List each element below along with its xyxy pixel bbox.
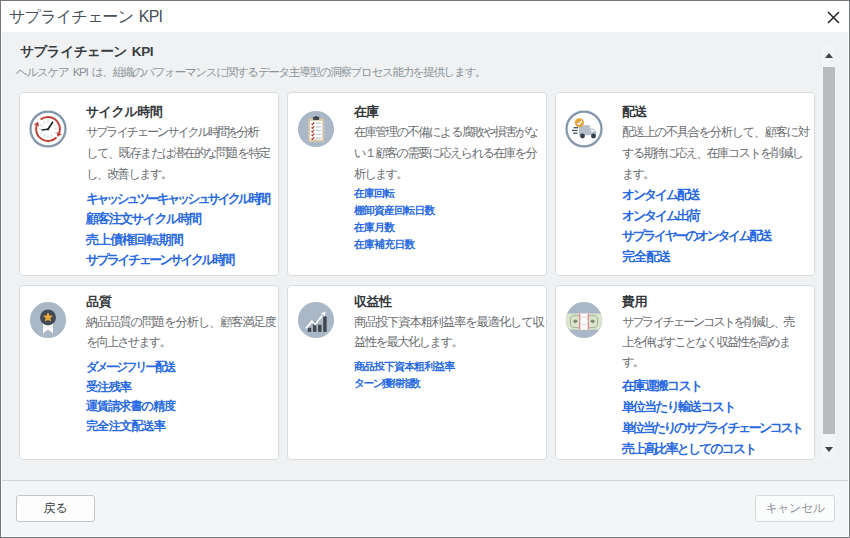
kpi-link[interactable]: 顧客注文サイクル時間 — [86, 209, 276, 230]
kpi-link[interactable]: 単位当たり輸送コスト — [622, 396, 812, 417]
kpi-link[interactable]: 単位当たりのサプライチェーンコスト — [622, 417, 812, 438]
panel-subtitle: ヘルスケア KPI は、組織のパフォーマンスに関するデータ主導型の洞察プロセス能… — [16, 65, 485, 80]
kpi-card: 配送配送上の不具合を分析して、顧客に対する期待に応え、在庫コストを削減します。オ… — [555, 92, 815, 276]
dialog-titlebar: サプライチェーン KPI — [1, 1, 849, 32]
kpi-link[interactable]: サプライチェーンサイクル時間 — [86, 250, 276, 271]
kpi-link[interactable]: ダメージフリー配送 — [86, 358, 276, 378]
card-links: オンタイム配送オンタイム出荷サプライヤーのオンタイム配送完全配送 — [622, 185, 812, 267]
kpi-link[interactable]: 運賃請求書の精度 — [86, 397, 276, 417]
kpi-link[interactable]: 売上債権回転期間 — [86, 230, 276, 251]
delivery-truck-icon — [565, 110, 603, 148]
kpi-link[interactable]: 棚卸資産回転日数 — [354, 202, 544, 219]
kpi-link[interactable]: ターン獲得指数 — [354, 375, 544, 392]
kpi-link[interactable]: オンタイム配送 — [622, 185, 812, 206]
kpi-link[interactable]: 在庫運搬コスト — [622, 375, 812, 396]
card-description: 納品品質の問題を分析し、顧客満足度を向上させます。 — [86, 312, 276, 352]
dialog-footer: 戻る キャンセル — [2, 480, 848, 536]
panel-heading: サプライチェーン KPI — [20, 43, 153, 61]
kpi-card-grid: サイクル時間サプライチェーンサイクル時間を分析して、既存または潜在的な問題を特定… — [19, 92, 815, 460]
card-links: キャッシュツーキャッシュサイクル時間顧客注文サイクル時間売上債権回転期間サプライ… — [86, 189, 276, 271]
kpi-card: 品質納品品質の問題を分析し、顧客満足度を向上させます。ダメージフリー配送受注残率… — [19, 285, 279, 460]
card-description: サプライチェーンコストを削減し、売上を伸ばすことなく収益性を高めます。 — [622, 312, 812, 372]
scrollbar-thumb[interactable] — [823, 67, 835, 434]
dialog-content: サプライチェーン KPI ヘルスケア KPI は、組織のパフォーマンスに関するデ… — [2, 32, 848, 480]
vertical-scrollbar[interactable] — [822, 45, 835, 459]
card-body: 費用サプライチェーンコストを削減し、売上を伸ばすことなく収益性を高めます。在庫運… — [622, 294, 812, 459]
card-links: 在庫回転棚卸資産回転日数在庫月数在庫補充日数 — [354, 185, 544, 253]
card-body: 収益性商品投下資本粗利益率を最適化して収益性を最大化します。商品投下資本粗利益率… — [354, 294, 544, 392]
kpi-link[interactable]: サプライヤーのオンタイム配送 — [622, 226, 812, 247]
kpi-link[interactable]: 在庫月数 — [354, 219, 544, 236]
card-description: 配送上の不具合を分析して、顧客に対する期待に応え、在庫コストを削減します。 — [622, 122, 812, 185]
card-links: ダメージフリー配送受注残率運賃請求書の精度完全注文配送率 — [86, 358, 276, 436]
kpi-card: 収益性商品投下資本粗利益率を最適化して収益性を最大化します。商品投下資本粗利益率… — [287, 285, 547, 460]
card-body: サイクル時間サプライチェーンサイクル時間を分析して、既存または潜在的な問題を特定… — [86, 104, 276, 271]
kpi-link[interactable]: 完全配送 — [622, 247, 812, 268]
scroll-up-icon[interactable] — [822, 45, 835, 65]
cycle-time-icon — [29, 110, 67, 148]
kpi-link[interactable]: キャッシュツーキャッシュサイクル時間 — [86, 189, 276, 210]
card-body: 在庫在庫管理の不備による腐敗や損害がない１顧客の需要に応えられる在庫を分析します… — [354, 104, 544, 253]
cancel-button[interactable]: キャンセル — [755, 495, 835, 522]
kpi-link[interactable]: 受注残率 — [86, 378, 276, 398]
inventory-clipboard-icon — [297, 110, 335, 148]
supply-chain-kpi-dialog: サプライチェーン KPI サプライチェーン KPI ヘルスケア KPI は、組織… — [0, 0, 850, 538]
card-links: 商品投下資本粗利益率ターン獲得指数 — [354, 358, 544, 392]
dialog-title: サプライチェーン KPI — [9, 1, 162, 32]
card-description: サプライチェーンサイクル時間を分析して、既存または潜在的な問題を特定し、改善しま… — [86, 122, 276, 185]
card-title: 費用 — [622, 294, 812, 310]
card-title: 配送 — [622, 104, 812, 120]
quality-medal-icon — [29, 301, 67, 339]
scroll-down-icon[interactable] — [822, 439, 835, 459]
kpi-link[interactable]: オンタイム出荷 — [622, 206, 812, 227]
kpi-link[interactable]: 在庫補充日数 — [354, 236, 544, 253]
card-title: 在庫 — [354, 104, 544, 120]
cost-money-icon — [565, 301, 603, 339]
kpi-link[interactable]: 商品投下資本粗利益率 — [354, 358, 544, 375]
kpi-card: 費用サプライチェーンコストを削減し、売上を伸ばすことなく収益性を高めます。在庫運… — [555, 285, 815, 460]
kpi-link[interactable]: 完全注文配送率 — [86, 417, 276, 437]
card-title: 品質 — [86, 294, 276, 310]
profitability-chart-icon — [297, 301, 335, 339]
back-button[interactable]: 戻る — [16, 495, 95, 522]
card-links: 在庫運搬コスト単位当たり輸送コスト単位当たりのサプライチェーンコスト売上高比率と… — [622, 375, 812, 459]
kpi-link[interactable]: 売上高比率としてのコスト — [622, 438, 812, 459]
card-body: 品質納品品質の問題を分析し、顧客満足度を向上させます。ダメージフリー配送受注残率… — [86, 294, 276, 436]
card-description: 商品投下資本粗利益率を最適化して収益性を最大化します。 — [354, 312, 544, 352]
close-icon[interactable] — [825, 9, 841, 25]
kpi-link[interactable]: 在庫回転 — [354, 185, 544, 202]
card-body: 配送配送上の不具合を分析して、顧客に対する期待に応え、在庫コストを削減します。オ… — [622, 104, 812, 267]
kpi-card: 在庫在庫管理の不備による腐敗や損害がない１顧客の需要に応えられる在庫を分析します… — [287, 92, 547, 276]
card-description: 在庫管理の不備による腐敗や損害がない１顧客の需要に応えられる在庫を分析します。 — [354, 122, 544, 185]
card-title: 収益性 — [354, 294, 544, 310]
card-title: サイクル時間 — [86, 104, 276, 120]
kpi-card: サイクル時間サプライチェーンサイクル時間を分析して、既存または潜在的な問題を特定… — [19, 92, 279, 276]
